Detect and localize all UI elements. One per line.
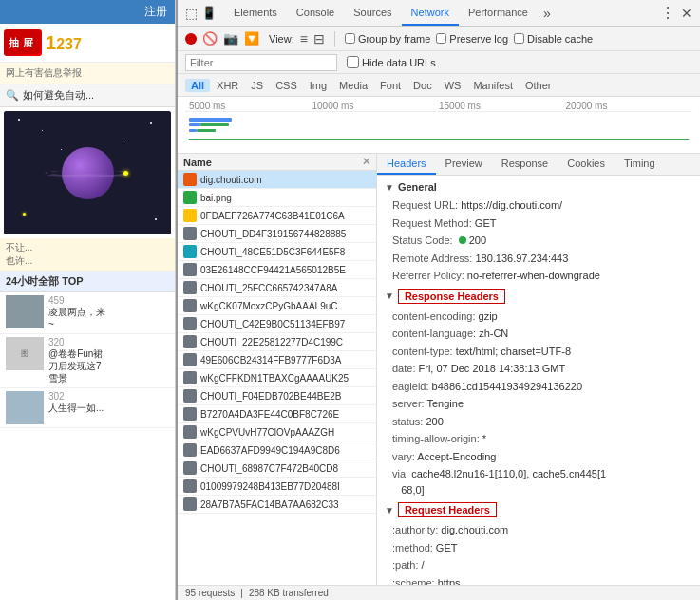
request-item-17[interactable]: 01009979248B413EB77D20488I [178, 478, 376, 496]
request-name: wKgCFFKDN1TBAXCgAAAAUK25 [200, 373, 370, 384]
devtools-close-icon[interactable]: ✕ [681, 6, 692, 21]
req-header-path: :path: / [392, 556, 685, 574]
request-item-7[interactable]: wKgCK07MoxzCPyGbAAAL9uC [178, 297, 376, 315]
preserve-log-checkbox[interactable]: Preserve log [436, 33, 508, 45]
type-btn-css[interactable]: CSS [270, 79, 303, 92]
details-tab-response[interactable]: Response [492, 154, 558, 175]
details-tab-timing[interactable]: Timing [615, 154, 665, 175]
type-btn-ws[interactable]: WS [439, 79, 467, 92]
request-type-icon [183, 479, 197, 493]
more-tabs-button[interactable]: » [539, 6, 555, 21]
request-name: bai.png [200, 193, 370, 203]
request-type-icon [183, 335, 197, 348]
request-item-1[interactable]: bai.png [178, 189, 376, 207]
view-label: View: [269, 33, 294, 45]
site-logo-text: 1237 [46, 32, 82, 54]
timeline-bar-1 [189, 118, 232, 122]
type-btn-font[interactable]: Font [374, 79, 407, 92]
hide-data-urls-checkbox[interactable]: Hide data URLs [347, 56, 436, 68]
search-bar[interactable]: 🔍 如何避免自动... [0, 84, 175, 107]
details-tab-preview[interactable]: Preview [436, 154, 492, 175]
details-tab-headers[interactable]: Headers [377, 154, 436, 175]
details-tab-cookies[interactable]: Cookies [558, 154, 615, 175]
type-btn-all[interactable]: All [185, 79, 210, 92]
group-by-frame-checkbox[interactable]: Group by frame [345, 33, 430, 45]
request-headers-section-header[interactable]: ▼ Request Headers [377, 500, 700, 519]
tab-elements[interactable]: Elements [224, 0, 287, 26]
request-item-10[interactable]: 49E606CB24314FFB9777F6D3A [178, 351, 376, 369]
tab-network[interactable]: Network [402, 0, 459, 26]
tick-4: 20000 ms [566, 101, 693, 111]
request-item-15[interactable]: EAD6637AFD9949C194A9C8D6 [178, 441, 376, 459]
request-item-6[interactable]: CHOUTI_25FCC665742347A8A [178, 279, 376, 297]
tick-2: 10000 ms [312, 101, 440, 111]
view-tree-icon[interactable]: ⊟ [313, 31, 325, 47]
preserve-log-input[interactable] [436, 33, 446, 44]
inspect-icon[interactable]: ⬚ [185, 6, 198, 21]
article-thumbnail [6, 391, 44, 424]
disable-cache-checkbox[interactable]: Disable cache [514, 33, 593, 45]
request-type-icon [183, 497, 197, 511]
clear-button[interactable]: 🚫 [202, 31, 218, 46]
request-type-icon [183, 209, 197, 222]
request-item-18[interactable]: 28A7B7A5FAC14BA7AA682C33 [178, 496, 376, 514]
close-panel-icon[interactable]: ✕ [362, 156, 370, 168]
hide-data-urls-input[interactable] [347, 56, 359, 68]
filter-button[interactable]: 🔽 [244, 31, 259, 46]
request-name: 0FDAEF726A774C63B41E01C6A [200, 211, 370, 221]
article-thumbnail: 图 [6, 337, 44, 370]
devtools-menu-icon[interactable]: ⋮ [660, 4, 675, 22]
request-item-12[interactable]: CHOUTI_F04EDB702BE44BE2B [178, 387, 376, 405]
request-list: Name ✕ dig.chouti.com bai.png 0FDAEF726A… [178, 154, 377, 585]
network-toolbar: 🚫 📷 🔽 View: ≡ ⊟ Group by frame Preserve … [178, 27, 700, 51]
type-btn-xhr[interactable]: XHR [211, 79, 244, 92]
header-content-encoding: content-encoding: gzip [392, 308, 685, 326]
timeline-ruler: 5000 ms 10000 ms 15000 ms 20000 ms [185, 97, 692, 112]
list-item[interactable]: 图 320 @卷卷Fun裙刀后发现这7雪景 [0, 334, 175, 388]
list-item[interactable]: 459 凌晨两点，来~ [0, 292, 175, 334]
general-section-header[interactable]: ▼ General [377, 179, 700, 195]
register-header[interactable]: 注册 [0, 0, 175, 24]
tab-sources[interactable]: Sources [344, 0, 401, 26]
record-button[interactable] [185, 33, 197, 45]
name-column-header: Name [183, 157, 212, 168]
ad-banner [4, 111, 171, 234]
hide-data-urls-label: Hide data URLs [362, 57, 436, 68]
request-item-9[interactable]: CHOUTI_22E25812277D4C199C [178, 333, 376, 351]
request-item-14[interactable]: wKgCPVUvH77ClOVpAAAZGH [178, 423, 376, 441]
request-item-3[interactable]: CHOUTI_DD4F319156744828885 [178, 225, 376, 243]
tab-console[interactable]: Console [287, 0, 344, 26]
request-name: dig.chouti.com [200, 175, 370, 185]
search-query: 如何避免自动... [23, 88, 94, 103]
request-item-5[interactable]: 03E26148CCF94421A565012B5E [178, 261, 376, 279]
request-item-8[interactable]: CHOUTI_C42E9B0C51134EFB97 [178, 315, 376, 333]
request-item-11[interactable]: wKgCFFKDN1TBAXCgAAAAUK25 [178, 369, 376, 387]
response-headers-section-header[interactable]: ▼ Response Headers [377, 287, 700, 306]
type-btn-js[interactable]: JS [245, 79, 269, 92]
request-name: CHOUTI_68987C7F472B40CD8 [200, 463, 370, 474]
list-item[interactable]: 302 人生得一如... [0, 388, 175, 428]
headers-content: ▼ General Request URL: https://dig.chout… [377, 176, 700, 585]
request-item-2[interactable]: 0FDAEF726A774C63B41E01C6A [178, 207, 376, 225]
type-btn-other[interactable]: Other [520, 79, 558, 92]
filter-input[interactable] [185, 54, 337, 71]
group-by-frame-label: Group by frame [358, 33, 430, 45]
view-list-icon[interactable]: ≡ [300, 31, 308, 47]
request-item-0[interactable]: dig.chouti.com [178, 171, 376, 189]
device-icon[interactable]: 📱 [201, 6, 217, 20]
tab-performance[interactable]: Performance [459, 0, 538, 26]
header-referrer-policy: Referrer Policy: no-referrer-when-downgr… [392, 267, 685, 285]
request-item-13[interactable]: B7270A4DA3FE44C0BF8C726E [178, 405, 376, 423]
type-btn-media[interactable]: Media [333, 79, 373, 92]
request-item-4[interactable]: CHOUTI_48CE51D5C3F644E5F8 [178, 243, 376, 261]
timeline-green-line [189, 139, 689, 140]
type-btn-doc[interactable]: Doc [407, 79, 438, 92]
disable-cache-input[interactable] [514, 33, 524, 44]
request-name: 01009979248B413EB77D20488I [200, 481, 370, 492]
request-type-icon [183, 263, 197, 276]
type-btn-manifest[interactable]: Manifest [467, 79, 519, 92]
type-btn-img[interactable]: Img [304, 79, 332, 92]
screenshot-button[interactable]: 📷 [223, 31, 238, 46]
group-by-frame-input[interactable] [345, 33, 355, 44]
request-item-16[interactable]: CHOUTI_68987C7F472B40CD8 [178, 459, 376, 478]
